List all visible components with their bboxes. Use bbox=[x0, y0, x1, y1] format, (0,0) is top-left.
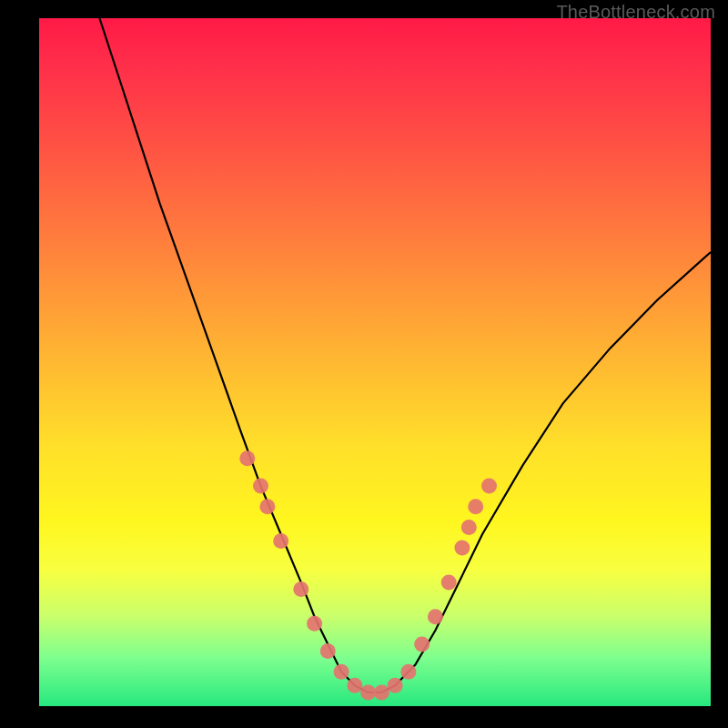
marker-dot bbox=[441, 574, 457, 590]
marker-dot bbox=[481, 479, 497, 494]
marker-dot bbox=[273, 533, 288, 549]
marker-dot bbox=[320, 643, 336, 659]
marker-dot bbox=[334, 664, 349, 680]
chart-plot-area bbox=[39, 18, 711, 706]
marker-dot bbox=[360, 684, 376, 700]
marker-dot bbox=[253, 479, 268, 494]
marker-dot bbox=[428, 609, 443, 624]
chart-frame: TheBottleneck.com bbox=[0, 0, 728, 728]
marker-dot bbox=[374, 684, 389, 700]
curve-line bbox=[99, 18, 711, 693]
marker-dot bbox=[239, 450, 255, 466]
watermark-text: TheBottleneck.com bbox=[556, 2, 715, 23]
marker-dot bbox=[400, 664, 416, 680]
marker-dot bbox=[414, 637, 430, 652]
marker-dot bbox=[461, 520, 477, 535]
marker-dot bbox=[388, 678, 403, 693]
bottleneck-curve bbox=[99, 18, 711, 693]
curve-markers bbox=[239, 450, 497, 700]
marker-dot bbox=[259, 499, 275, 514]
marker-dot bbox=[454, 541, 470, 556]
marker-dot bbox=[293, 581, 308, 597]
marker-dot bbox=[347, 678, 362, 693]
marker-dot bbox=[307, 616, 322, 632]
chart-svg bbox=[39, 18, 711, 706]
marker-dot bbox=[468, 499, 483, 514]
